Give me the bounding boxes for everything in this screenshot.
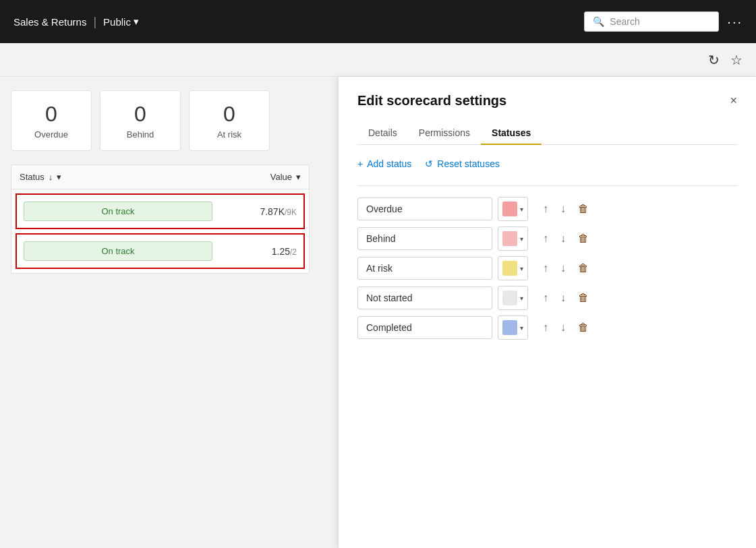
search-icon: 🔍 (593, 16, 604, 27)
status-name-input-overdue[interactable] (357, 197, 492, 220)
table-header: Status ↓ ▾ Value ▾ (11, 165, 309, 189)
reset-statuses-icon: ↺ (425, 158, 433, 169)
color-swatch-completed (502, 320, 517, 335)
move-down-button-at-risk[interactable]: ↓ (556, 261, 570, 276)
color-picker-completed[interactable]: ▾ (498, 315, 528, 340)
stat-card-at-risk: 0 At risk (189, 90, 270, 151)
move-down-button-completed[interactable]: ↓ (556, 320, 570, 335)
status-row-at-risk: ▾ ↑ ↓ 🗑 (357, 256, 737, 280)
tab-statuses[interactable]: Statuses (481, 122, 542, 145)
status-row-not-started: ▾ ↑ ↓ 🗑 (357, 286, 737, 310)
visibility-label: Public (103, 16, 131, 28)
move-up-button-behind[interactable]: ↑ (539, 231, 552, 246)
color-chevron-icon-completed: ▾ (520, 324, 523, 332)
color-swatch-overdue (502, 202, 517, 216)
color-picker-overdue[interactable]: ▾ (498, 197, 528, 221)
stat-overdue-label: Overdue (25, 129, 78, 140)
status-row-behind: ▾ ↑ ↓ 🗑 (357, 226, 737, 251)
row-actions-behind: ↑ ↓ 🗑 (539, 231, 593, 246)
delete-status-button-not-started[interactable]: 🗑 (574, 291, 593, 305)
tab-details[interactable]: Details (357, 122, 408, 145)
value-cell-1: 7.87K/9K (246, 206, 297, 217)
stat-at-risk-number: 0 (203, 102, 256, 127)
status-name-input-completed[interactable] (357, 316, 492, 339)
status-row-overdue: ▾ ↑ ↓ 🗑 (357, 197, 737, 221)
stat-overdue-number: 0 (25, 102, 78, 127)
status-list: ▾ ↑ ↓ 🗑 ▾ ↑ ↓ 🗑 ▾ ↑ ↓ 🗑 (357, 197, 737, 340)
app-title-area: Sales & Returns | Public ▾ (13, 15, 139, 29)
more-options-button[interactable]: ··· (727, 14, 743, 30)
color-picker-at-risk[interactable]: ▾ (498, 256, 528, 280)
color-chevron-icon-at-risk: ▾ (520, 265, 523, 272)
move-up-button-overdue[interactable]: ↑ (539, 202, 552, 216)
star-icon: ☆ (730, 53, 743, 67)
color-chevron-icon-not-started: ▾ (520, 295, 523, 302)
reset-statuses-label: Reset statuses (437, 158, 500, 169)
statuses-actions-bar: + Add status ↺ Reset statuses (357, 158, 737, 169)
column-value-header: Value ▾ (220, 172, 301, 182)
move-up-button-completed[interactable]: ↑ (539, 320, 552, 335)
move-up-button-not-started[interactable]: ↑ (539, 291, 552, 305)
title-divider: | (93, 15, 96, 29)
add-status-label: Add status (367, 158, 411, 169)
color-swatch-at-risk (502, 261, 517, 276)
status-header-label: Status (20, 172, 45, 182)
value-number-1: 7.87K (260, 206, 285, 217)
status-name-input-behind[interactable] (357, 227, 492, 250)
sort-icon[interactable]: ↓ (49, 172, 53, 182)
move-down-button-overdue[interactable]: ↓ (556, 202, 570, 216)
color-chevron-icon-overdue: ▾ (520, 206, 523, 213)
search-placeholder: Search (610, 16, 639, 27)
color-picker-not-started[interactable]: ▾ (498, 286, 528, 310)
status-row-completed: ▾ ↑ ↓ 🗑 (357, 315, 737, 340)
value-cell-2: 1.25/2 (258, 246, 297, 257)
edit-scorecard-panel: Edit scorecard settings × Details Permis… (338, 77, 756, 548)
move-down-button-behind[interactable]: ↓ (556, 231, 570, 246)
delete-status-button-overdue[interactable]: 🗑 (574, 202, 593, 216)
row-actions-at-risk: ↑ ↓ 🗑 (539, 261, 593, 276)
tab-permissions[interactable]: Permissions (408, 122, 481, 145)
status-name-input-not-started[interactable] (357, 286, 492, 309)
color-swatch-behind (502, 231, 517, 246)
row-actions-not-started: ↑ ↓ 🗑 (539, 291, 593, 305)
value-number-2: 1.25 (272, 246, 290, 257)
row-actions-completed: ↑ ↓ 🗑 (539, 320, 593, 335)
value-sub-2: /2 (290, 247, 297, 257)
add-status-button[interactable]: + Add status (357, 158, 411, 169)
delete-status-button-completed[interactable]: 🗑 (574, 320, 593, 335)
color-swatch-not-started (502, 291, 517, 305)
close-panel-button[interactable]: × (730, 94, 737, 108)
move-down-button-not-started[interactable]: ↓ (556, 291, 570, 305)
stat-behind-label: Behind (114, 129, 167, 140)
add-status-icon: + (357, 158, 363, 169)
color-chevron-icon-behind: ▾ (520, 235, 523, 243)
secondary-toolbar: ↻ ☆ (0, 43, 756, 77)
delete-status-button-at-risk[interactable]: 🗑 (574, 261, 593, 276)
panel-header: Edit scorecard settings × (357, 93, 737, 109)
app-title: Sales & Returns (13, 16, 86, 28)
stat-card-behind: 0 Behind (100, 90, 181, 151)
move-up-button-at-risk[interactable]: ↑ (539, 261, 552, 276)
stats-row: 0 Overdue 0 Behind 0 At risk (11, 90, 310, 151)
color-picker-behind[interactable]: ▾ (498, 226, 528, 251)
stat-at-risk-label: At risk (203, 129, 256, 140)
status-badge-on-track-2[interactable]: On track (24, 241, 212, 261)
table-row: On track 7.87K/9K (16, 193, 305, 229)
visibility-selector[interactable]: Public ▾ (103, 16, 139, 28)
refresh-button[interactable]: ↻ (708, 52, 720, 68)
delete-status-button-behind[interactable]: 🗑 (574, 231, 593, 246)
reset-statuses-button[interactable]: ↺ Reset statuses (425, 158, 500, 169)
search-box[interactable]: 🔍 Search (584, 11, 719, 32)
value-filter-icon[interactable]: ▾ (296, 172, 301, 182)
column-status-header: Status ↓ ▾ (20, 172, 220, 182)
visibility-chevron-icon[interactable]: ▾ (134, 16, 139, 28)
value-sub-1: /9K (285, 208, 297, 217)
value-header-label: Value (270, 172, 292, 182)
tab-details-label: Details (368, 127, 397, 138)
status-filter-icon[interactable]: ▾ (57, 172, 61, 182)
status-badge-on-track-1[interactable]: On track (24, 202, 212, 221)
favorite-button[interactable]: ☆ (730, 52, 743, 68)
status-name-input-at-risk[interactable] (357, 257, 492, 280)
settings-tabs: Details Permissions Statuses (357, 122, 737, 145)
top-navigation-bar: Sales & Returns | Public ▾ 🔍 Search ··· (0, 0, 756, 43)
